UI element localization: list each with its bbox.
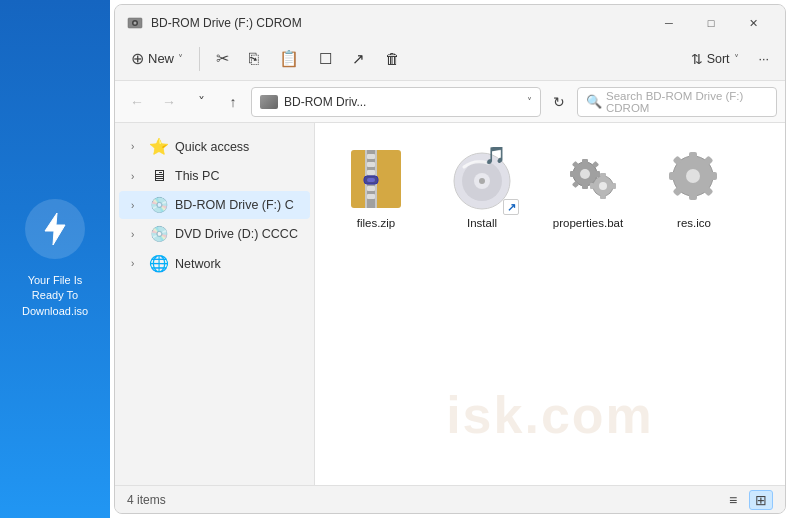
file-item-zip[interactable]: files.zip [331,139,421,237]
main-content: › ⭐ Quick access › 🖥 This PC › 💿 BD-ROM … [115,123,785,485]
refresh-button[interactable]: ↻ [545,88,573,116]
svg-rect-39 [689,192,697,200]
sort-chevron-icon: ˅ [734,53,739,64]
svg-point-31 [599,182,607,190]
new-chevron-icon: ˅ [178,53,183,64]
svg-rect-38 [689,152,697,160]
svg-rect-12 [367,194,375,199]
chevron-icon: › [131,229,143,240]
svg-point-18 [479,178,485,184]
chevron-icon: › [131,171,143,182]
forward-button[interactable]: → [155,88,183,116]
sort-button[interactable]: ⇅ Sort ˅ [683,43,747,75]
svg-rect-41 [709,172,717,180]
share-icon: ↗ [352,50,365,68]
status-bar: 4 items ≡ ⊞ [115,485,785,513]
zip-file-icon [344,147,408,211]
svg-rect-32 [600,173,606,177]
file-item-install[interactable]: 🎵 ↗ Install [437,139,527,237]
rename-icon: ☐ [319,50,332,68]
file-name-ico: res.ico [677,217,711,229]
search-box[interactable]: 🔍 Search BD-ROM Drive (F:) CDROM [577,87,777,117]
back-button[interactable]: ← [123,88,151,116]
sidebar-item-label: Quick access [175,140,302,154]
toolbar-separator-1 [199,47,200,71]
rename-button[interactable]: ☐ [311,43,340,75]
sidebar-item-label: DVD Drive (D:) CCCC [175,227,302,241]
svg-rect-22 [582,159,588,164]
bat-file-icon [556,147,620,211]
paste-button[interactable]: 📋 [271,43,307,75]
sidebar-item-label: This PC [175,169,302,183]
recent-locations-button[interactable]: ˅ [187,88,215,116]
file-item-bat[interactable]: properties.bat [543,139,633,237]
sidebar-item-label: BD-ROM Drive (F:) C [175,198,302,212]
minimize-button[interactable]: ─ [649,11,689,35]
network-icon: 🌐 [149,254,169,273]
close-button[interactable]: ✕ [733,11,773,35]
star-icon: ⭐ [149,137,169,156]
copy-icon: ⎘ [249,50,259,68]
sidebar-item-network[interactable]: › 🌐 Network [119,249,310,278]
search-placeholder: Search BD-ROM Drive (F:) CDROM [606,90,768,114]
share-button[interactable]: ↗ [344,43,373,75]
more-button[interactable]: ··· [751,43,777,75]
svg-point-3 [134,22,137,25]
window-title: BD-ROM Drive (F:) CDROM [151,16,641,30]
file-name-zip: files.zip [357,217,395,229]
svg-rect-34 [590,183,594,189]
grid-view-button[interactable]: ⊞ [749,490,773,510]
chevron-icon: › [131,258,143,269]
svg-rect-9 [367,170,375,175]
ico-file-icon [662,147,726,211]
disc2-icon: 💿 [149,225,169,243]
new-button[interactable]: ⊕ New ˅ [123,43,191,75]
address-dropdown-icon[interactable]: ˅ [527,96,532,107]
explorer-window: BD-ROM Drive (F:) CDROM ─ □ ✕ ⊕ New ˅ ✂ … [114,4,786,514]
lightning-icon [25,199,85,259]
file-name-install: Install [467,217,497,229]
up-button[interactable]: ↑ [219,88,247,116]
file-item-ico[interactable]: res.ico [649,139,739,237]
trash-icon: 🗑 [385,50,400,67]
paste-icon: 📋 [279,49,299,68]
delete-button[interactable]: 🗑 [377,43,408,75]
maximize-button[interactable]: □ [691,11,731,35]
window-controls: ─ □ ✕ [649,11,773,35]
svg-point-37 [686,169,700,183]
svg-rect-35 [612,183,616,189]
sidebar-item-bdrom[interactable]: › 💿 BD-ROM Drive (F:) C [119,191,310,219]
chevron-icon: › [131,200,143,211]
promo-text: Your File Is Ready To Download.iso [22,273,88,319]
download-promo-panel: Your File Is Ready To Download.iso [0,0,110,518]
cut-icon: ✂ [216,49,229,68]
title-bar-icon [127,15,143,31]
toolbar: ⊕ New ˅ ✂ ⎘ 📋 ☐ ↗ 🗑 ⇅ Sort ˅ ··· [115,37,785,81]
address-input[interactable]: BD-ROM Driv... ˅ [251,87,541,117]
shortcut-badge: ↗ [503,199,519,215]
sidebar-item-label: Network [175,257,302,271]
copy-button[interactable]: ⎘ [241,43,267,75]
disc-icon: 💿 [149,196,169,214]
svg-text:🎵: 🎵 [484,147,507,166]
view-controls: ≡ ⊞ [721,490,773,510]
svg-rect-33 [600,195,606,199]
item-count: 4 items [127,493,166,507]
breadcrumb-text: BD-ROM Driv... [284,95,366,109]
drive-icon [260,95,278,109]
sidebar-item-quick-access[interactable]: › ⭐ Quick access [119,132,310,161]
svg-rect-24 [570,171,575,177]
sidebar-item-dvd[interactable]: › 💿 DVD Drive (D:) CCCC [119,220,310,248]
svg-rect-14 [367,178,375,182]
list-view-button[interactable]: ≡ [721,490,745,510]
svg-rect-23 [582,184,588,189]
sort-icon: ⇅ [691,51,703,67]
search-icon: 🔍 [586,94,602,109]
svg-rect-8 [367,162,375,167]
sidebar-item-this-pc[interactable]: › 🖥 This PC [119,162,310,190]
svg-rect-7 [367,154,375,159]
file-area: isk.com [315,123,785,485]
cut-button[interactable]: ✂ [208,43,237,75]
sidebar: › ⭐ Quick access › 🖥 This PC › 💿 BD-ROM … [115,123,315,485]
plus-icon: ⊕ [131,49,144,68]
